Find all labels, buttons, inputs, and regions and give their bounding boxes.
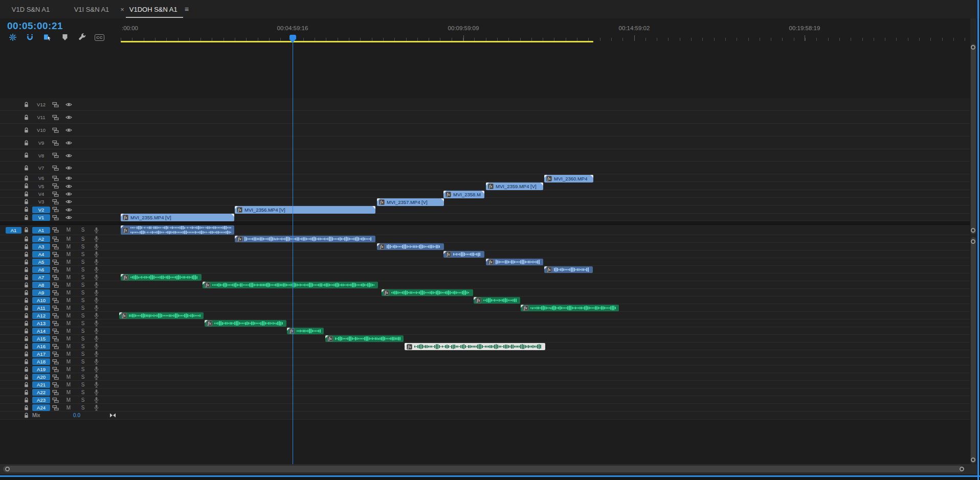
sync-lock-icon[interactable] — [52, 328, 59, 334]
sync-lock-icon[interactable] — [52, 321, 59, 327]
sync-lock-icon[interactable] — [52, 290, 59, 296]
mic-icon[interactable] — [94, 389, 99, 396]
mic-icon[interactable] — [94, 374, 99, 380]
lock-icon[interactable] — [24, 259, 29, 265]
sync-lock-icon[interactable] — [52, 267, 59, 273]
solo-button-a10[interactable]: S — [80, 298, 86, 303]
timeline-zoom-handle-left[interactable] — [5, 467, 10, 471]
audio-scroll-zoom-handle-top[interactable] — [971, 239, 975, 244]
bowtie-icon[interactable] — [109, 413, 116, 418]
audio-clip-a10[interactable]: fx — [474, 297, 520, 304]
solo-button-a8[interactable]: S — [80, 282, 86, 288]
lock-icon[interactable] — [24, 282, 29, 288]
mute-button-a11[interactable]: M — [65, 305, 72, 311]
track-name-a7[interactable]: A7 — [32, 274, 50, 281]
current-timecode[interactable]: 00:05:00:21 — [7, 20, 63, 32]
mute-button-a1[interactable]: M — [65, 227, 72, 233]
video-audio-divider[interactable] — [0, 221, 970, 225]
sync-lock-icon[interactable] — [52, 336, 59, 342]
track-name-a15[interactable]: A15 — [32, 335, 50, 342]
sync-lock-icon[interactable] — [52, 152, 59, 158]
track-name-a22[interactable]: A22 — [32, 389, 50, 396]
lock-icon[interactable] — [24, 351, 29, 357]
lock-icon[interactable] — [24, 344, 29, 350]
mute-button-a8[interactable]: M — [65, 282, 72, 288]
track-name-a5[interactable]: A5 — [32, 259, 50, 265]
lock-icon[interactable] — [24, 413, 29, 419]
solo-button-a16[interactable]: S — [80, 344, 86, 349]
track-name-a1[interactable]: A1 — [32, 227, 50, 234]
lock-icon[interactable] — [24, 298, 29, 304]
track-name-v5[interactable]: V5 — [32, 183, 50, 190]
mic-icon[interactable] — [94, 320, 99, 327]
sequence-tab-v1d-s-n-a1[interactable]: V1D S&N A1 — [0, 0, 61, 18]
lock-icon[interactable] — [24, 359, 29, 365]
sync-lock-icon[interactable] — [52, 215, 59, 221]
mix-volume-value[interactable]: 0.0 — [66, 413, 87, 418]
mute-button-a23[interactable]: M — [65, 397, 72, 403]
mute-button-a6[interactable]: M — [65, 267, 72, 272]
track-name-a24[interactable]: A24 — [32, 404, 50, 411]
lock-icon[interactable] — [24, 191, 29, 197]
solo-button-a13[interactable]: S — [80, 321, 86, 326]
lock-icon[interactable] — [24, 382, 29, 388]
linked-selection-toggle[interactable] — [42, 32, 53, 42]
sync-lock-icon[interactable] — [52, 115, 59, 121]
mute-button-a9[interactable]: M — [65, 290, 72, 295]
lock-icon[interactable] — [24, 152, 29, 158]
track-name-v2[interactable]: V2 — [32, 207, 50, 213]
track-name-v4[interactable]: V4 — [32, 191, 50, 197]
mic-icon[interactable] — [94, 251, 99, 258]
lock-icon[interactable] — [24, 183, 29, 189]
audio-clip-a13[interactable]: fx — [205, 320, 286, 327]
timeline-settings-button[interactable] — [77, 32, 87, 42]
captions-button[interactable]: CC — [94, 32, 105, 42]
mute-button-a24[interactable]: M — [65, 405, 72, 410]
sync-lock-icon[interactable] — [52, 175, 59, 181]
lock-icon[interactable] — [24, 367, 29, 373]
mute-button-a3[interactable]: M — [65, 244, 72, 249]
video-clip-mvi-2360-mp4[interactable]: fxMVI_2360.MP4 — [544, 175, 593, 182]
video-clip-mvi-2356-mp4-v-[interactable]: fxMVI_2356.MP4 [V] — [235, 206, 375, 214]
mute-button-a14[interactable]: M — [65, 328, 72, 334]
mute-button-a17[interactable]: M — [65, 351, 72, 357]
mute-button-a19[interactable]: M — [65, 367, 72, 372]
add-marker-button[interactable] — [59, 32, 70, 42]
track-name-a6[interactable]: A6 — [32, 266, 50, 273]
sync-lock-icon[interactable] — [52, 359, 59, 365]
audio-clip-a9[interactable]: fx — [382, 289, 473, 296]
solo-button-a9[interactable]: S — [80, 290, 86, 295]
audio-clip-a16[interactable]: fx — [405, 343, 545, 350]
sequence-tab-v1i-s-n-a1[interactable]: V1I S&N A1 — [61, 0, 122, 18]
mic-icon[interactable] — [94, 236, 99, 242]
track-name-v11[interactable]: V11 — [32, 114, 50, 121]
sync-lock-icon[interactable] — [52, 207, 59, 213]
mic-icon[interactable] — [94, 335, 99, 342]
solo-button-a20[interactable]: S — [80, 374, 86, 380]
sync-lock-icon[interactable] — [52, 102, 59, 108]
mic-icon[interactable] — [94, 366, 99, 373]
lock-icon[interactable] — [24, 321, 29, 327]
track-name-v6[interactable]: V6 — [32, 175, 50, 181]
snap-toggle[interactable] — [25, 32, 35, 42]
sync-lock-icon[interactable] — [52, 165, 59, 171]
audio-scrollbar-thumb[interactable] — [971, 237, 976, 463]
video-clip-mvi-2358-m[interactable]: fxMVI_2358.M — [443, 191, 484, 198]
lock-icon[interactable] — [24, 290, 29, 296]
mic-icon[interactable] — [94, 227, 99, 234]
track-name-a16[interactable]: A16 — [32, 343, 50, 350]
lock-icon[interactable] — [24, 374, 29, 380]
sync-lock-icon[interactable] — [52, 199, 59, 205]
mute-button-a12[interactable]: M — [65, 313, 72, 318]
mic-icon[interactable] — [94, 274, 99, 281]
sync-lock-icon[interactable] — [52, 244, 59, 250]
close-tab-icon[interactable]: × — [120, 6, 124, 13]
mic-icon[interactable] — [94, 397, 99, 403]
lock-icon[interactable] — [24, 115, 29, 121]
lock-icon[interactable] — [24, 390, 29, 396]
track-name-v10[interactable]: V10 — [32, 127, 50, 133]
sync-lock-icon[interactable] — [52, 282, 59, 288]
track-name-a18[interactable]: A18 — [32, 358, 50, 365]
sync-lock-icon[interactable] — [52, 405, 59, 411]
mic-icon[interactable] — [94, 312, 99, 319]
